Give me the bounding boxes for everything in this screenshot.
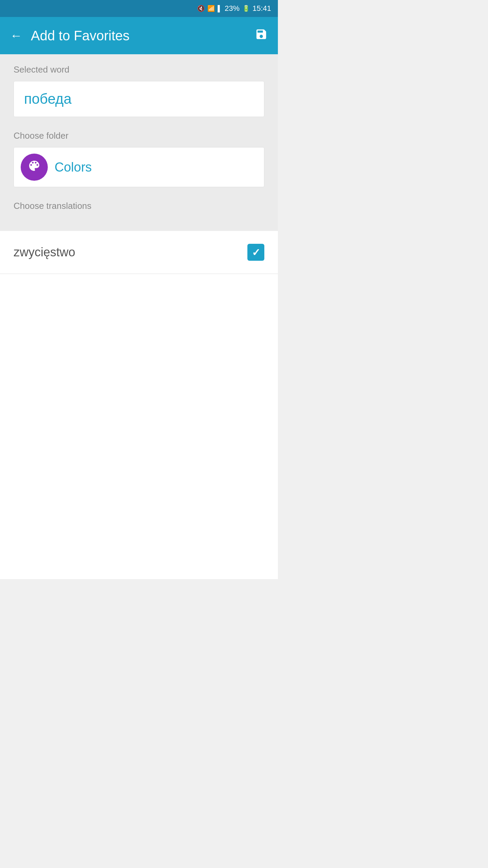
signal-icon: ▌ [218, 5, 222, 12]
wifi-icon: 📶 [207, 5, 215, 12]
selected-word-box: победа [14, 81, 264, 117]
translation-word: zwycięstwo [14, 245, 75, 259]
choose-translations-label: Choose translations [14, 201, 264, 211]
content-area: Selected word победа Choose folder Color… [0, 54, 278, 231]
folder-selector[interactable]: Colors [14, 147, 264, 187]
translation-item[interactable]: zwycięstwo ✓ [0, 231, 278, 274]
save-button[interactable] [255, 28, 268, 44]
checkmark-icon: ✓ [252, 246, 260, 258]
status-bar: 🔇 📶 ▌ 23% 🔋 15:41 [0, 0, 278, 17]
app-bar-title: Add to Favorites [31, 28, 129, 43]
back-button[interactable]: ← [10, 28, 22, 43]
battery-icon: 🔋 [242, 5, 250, 12]
selected-word-label: Selected word [14, 64, 264, 75]
empty-area [0, 274, 278, 579]
app-bar-left: ← Add to Favorites [10, 28, 129, 43]
palette-icon [27, 159, 41, 176]
folder-name: Colors [55, 160, 92, 175]
folder-icon-circle [21, 154, 48, 181]
choose-folder-label: Choose folder [14, 131, 264, 141]
translation-list: zwycięstwo ✓ [0, 231, 278, 274]
status-icons: 🔇 📶 ▌ 23% 🔋 15:41 [197, 4, 271, 13]
selected-word-value: победа [24, 91, 72, 107]
mute-icon: 🔇 [197, 5, 205, 12]
battery-percent: 23% [225, 4, 240, 13]
translation-checkbox[interactable]: ✓ [247, 244, 264, 261]
app-bar: ← Add to Favorites [0, 17, 278, 54]
clock: 15:41 [252, 4, 271, 13]
choose-translations-section: Choose translations [14, 201, 264, 221]
